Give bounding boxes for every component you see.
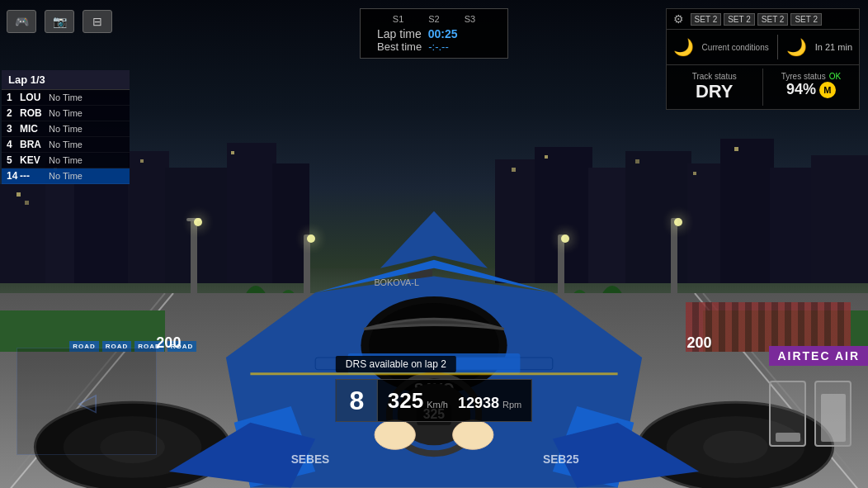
player-time: No Time <box>49 171 83 181</box>
name-lou: LOU <box>20 92 49 103</box>
sector3-label: S3 <box>465 14 475 24</box>
player-pos: 14 <box>7 170 20 182</box>
svg-rect-19 <box>231 151 234 154</box>
track-status-value: DRY <box>673 81 756 102</box>
name-rob: ROB <box>20 107 49 119</box>
speed-rpm-display: 325 Km/h 12938 Rpm <box>378 383 531 419</box>
best-time-value: -:-.-- <box>428 40 449 53</box>
lap-time-label: Lap time <box>377 27 422 40</box>
layout-icon[interactable]: ⊟ <box>83 10 112 33</box>
svg-rect-20 <box>512 168 516 172</box>
controller-icon[interactable]: 🎮 <box>7 10 36 33</box>
conditions-info: Current conditions <box>702 43 769 52</box>
svg-rect-22 <box>635 159 639 163</box>
track-tyres-row: Track status DRY Tyres status OK 94% M <box>667 65 859 109</box>
throttle-pedal-indicator <box>821 394 846 442</box>
pos-1: 1 <box>7 92 20 103</box>
sector2-label: S2 <box>428 14 439 24</box>
standings-row-5: 5 KEV No Time <box>2 153 130 168</box>
time-1: No Time <box>49 92 83 102</box>
set-badges: SET 2 SET 2 SET 2 SET 2 <box>691 13 822 26</box>
speed-box: 8 325 Km/h 12938 Rpm <box>336 379 532 422</box>
tyres-status-label: Tyres status <box>781 72 826 81</box>
sector1-label: S1 <box>393 14 403 24</box>
standings-panel: Lap 1/3 1 LOU No Time 2 ROB No Time 3 MI… <box>2 70 130 184</box>
time-4: No Time <box>49 140 83 149</box>
tyres-percent-value: 94% <box>786 81 816 98</box>
lap-time-row: Lap time 00:25 <box>377 27 491 40</box>
speed-unit: Km/h <box>427 400 448 410</box>
drs-banner: DRS available on lap 2 <box>336 356 456 372</box>
tyres-ok-badge: OK <box>829 72 841 81</box>
svg-text:SEB25: SEB25 <box>543 453 579 466</box>
throttle-pedal <box>814 381 851 447</box>
svg-point-35 <box>703 431 768 463</box>
standings-row-4: 4 BRA No Time <box>2 137 130 153</box>
svg-point-48 <box>375 420 415 449</box>
tyres-percent: 94% M <box>770 81 852 98</box>
set-badge-2: SET 2 <box>724 13 755 26</box>
svg-rect-21 <box>545 155 548 159</box>
rpm-value: 12938 <box>458 395 499 412</box>
name-bra: BRA <box>20 139 49 150</box>
standings-row-2: 2 ROB No Time <box>2 106 130 121</box>
tyre-compound-badge: M <box>819 82 836 98</box>
pos-2: 2 <box>7 107 20 119</box>
name-kev: KEV <box>20 154 49 166</box>
moon-icon-1: 🌙 <box>673 37 694 57</box>
lap-time-display: S1 S2 S3 Lap time 00:25 Best time -:-.-- <box>360 8 508 59</box>
svg-point-49 <box>453 420 493 449</box>
conditions-main: 🌙 Current conditions 🌙 In 21 min <box>667 30 859 65</box>
name-mic: MIC <box>20 123 49 135</box>
track-status-box: Track status DRY <box>667 69 763 106</box>
steering-arrow-icon: ◁ <box>78 387 97 416</box>
best-time-row: Best time -:-.-- <box>377 40 491 53</box>
pedals-display <box>769 381 851 447</box>
time-2: No Time <box>49 108 83 118</box>
standings-header: Lap 1/3 <box>2 70 130 90</box>
brake-pedal-indicator <box>776 433 800 442</box>
player-name: --- <box>20 170 49 182</box>
in-time-label: In 21 min <box>815 42 852 52</box>
set-badge-4: SET 2 <box>790 13 822 26</box>
svg-rect-24 <box>734 147 738 151</box>
sector-indicators: S1 S2 S3 <box>377 14 491 24</box>
rpm-unit: Rpm <box>502 400 521 410</box>
moon-icon-2: 🌙 <box>786 37 807 57</box>
separator <box>777 35 778 59</box>
svg-rect-18 <box>140 159 144 163</box>
brake-pedal <box>769 381 806 447</box>
lap-time-value: 00:25 <box>428 27 458 40</box>
conditions-panel: ⚙ SET 2 SET 2 SET 2 SET 2 🌙 Current cond… <box>666 8 860 110</box>
svg-rect-23 <box>693 172 696 175</box>
tyres-status-box: Tyres status OK 94% M <box>763 69 859 106</box>
conditions-top-bar: ⚙ SET 2 SET 2 SET 2 SET 2 <box>667 9 859 30</box>
time-5: No Time <box>49 155 83 165</box>
settings-icon[interactable]: ⚙ <box>673 12 684 26</box>
camera-icon[interactable]: 📷 <box>45 10 74 33</box>
gear-display: 8 <box>337 380 378 421</box>
speed-value: 325 <box>388 388 423 414</box>
speed-hud: DRS available on lap 2 8 325 Km/h 12938 … <box>336 356 532 422</box>
pos-4: 4 <box>7 139 20 150</box>
set-badge-3: SET 2 <box>757 13 789 26</box>
pos-3: 3 <box>7 123 20 135</box>
pos-5: 5 <box>7 154 20 166</box>
current-conditions-label: Current conditions <box>702 43 769 52</box>
player-standings-row: 14 --- No Time <box>2 168 130 184</box>
time-3: No Time <box>49 124 83 134</box>
svg-text:SEBES: SEBES <box>291 453 330 466</box>
svg-text:BOKOVA-L: BOKOVA-L <box>374 278 419 288</box>
best-time-label: Best time <box>377 40 422 53</box>
standings-row-1: 1 LOU No Time <box>2 90 130 106</box>
set-badge-1: SET 2 <box>691 13 722 26</box>
track-status-label: Track status <box>673 72 756 81</box>
top-left-icons: 🎮 📷 ⊟ <box>7 10 112 33</box>
steering-touch-area[interactable]: ◁ <box>17 348 157 455</box>
standings-row-3: 3 MIC No Time <box>2 121 130 137</box>
